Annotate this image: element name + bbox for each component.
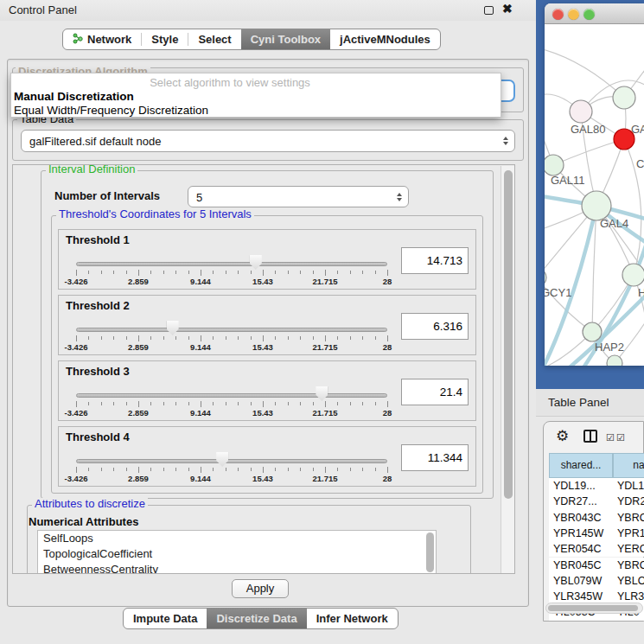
table-data-selected: galFiltered.sif default node (29, 135, 161, 148)
slider-track[interactable] (76, 393, 387, 398)
table-panel-body: ⚙ ☑ ☑ shared...naYDL19...YDL1YDR27...YDR… (543, 421, 644, 622)
gear-icon[interactable]: ⚙ (556, 427, 569, 445)
tab-select[interactable]: Select (188, 29, 240, 49)
slider-tick (337, 402, 338, 405)
network-node[interactable] (613, 86, 635, 109)
checkbox-icon[interactable]: ☑ (606, 432, 615, 443)
tab-impute-data[interactable]: Impute Data (124, 609, 207, 628)
close-icon[interactable]: ✖ (502, 2, 513, 16)
node-attribute-table[interactable]: shared...naYDL19...YDL1YDR27...YDR2YBR04… (549, 453, 644, 621)
tab-network[interactable]: Network (63, 29, 141, 49)
threshold-value-field[interactable]: 14.713 (401, 247, 469, 274)
float-window-icon[interactable] (484, 6, 494, 15)
threshold-value-field[interactable]: 6.316 (401, 313, 469, 340)
network-node[interactable] (583, 322, 602, 341)
network-node[interactable] (545, 268, 546, 287)
table-cell[interactable]: YER054C (549, 541, 613, 557)
slider-thumb[interactable] (316, 386, 328, 401)
threshold-value-field[interactable]: 11.344 (401, 444, 469, 471)
numerical-attributes-list[interactable]: SelfLoopsTopologicalCoefficientBetweenne… (37, 530, 437, 574)
slider-tick (213, 468, 214, 471)
number-of-intervals-combobox[interactable]: 5 (188, 186, 409, 207)
network-node-label: H (638, 286, 644, 299)
algorithm-option-manual[interactable]: Manual Discretization (14, 90, 134, 103)
slider-tick (300, 336, 301, 340)
slider-tick-label: 2.859 (128, 277, 149, 286)
slider-tick (350, 336, 351, 340)
table-cell[interactable]: YBR045C (549, 558, 613, 573)
tab-jactivemnodules[interactable]: jActiveMNodules (330, 29, 440, 49)
slider-tick (313, 468, 314, 471)
table-cell[interactable]: YDR27... (549, 494, 613, 509)
table-column-header[interactable]: na (613, 453, 644, 478)
network-node[interactable] (545, 155, 564, 175)
table-cell[interactable]: YDL1 (613, 478, 644, 494)
mac-minimize-icon[interactable] (568, 9, 579, 20)
slider-tick (113, 468, 114, 471)
tab-style[interactable]: Style (142, 29, 188, 49)
slider-tick (387, 401, 388, 407)
apply-button[interactable]: Apply (232, 579, 289, 598)
slider-tick (138, 270, 139, 276)
slider-tick (263, 467, 264, 473)
slider-thumb[interactable] (167, 321, 179, 335)
slider-tick (362, 402, 363, 405)
attribute-list-item[interactable]: SelfLoops (38, 531, 436, 546)
slider-track[interactable] (76, 328, 387, 332)
table-cell[interactable]: YDL19... (549, 478, 613, 494)
settings-scroll-panel: Interval Definition Number of Intervals … (12, 164, 515, 574)
slider-thumb[interactable] (250, 255, 262, 270)
slider-tick-label: -3.426 (65, 408, 88, 418)
slider-tick (251, 468, 252, 471)
attribute-list-item[interactable]: BetweennessCentrality (38, 562, 436, 574)
algorithm-option-equal-width[interactable]: Equal Width/Frequency Discretization (14, 104, 208, 117)
table-data-combobox[interactable]: galFiltered.sif default node (21, 130, 515, 152)
tab-discretize-data[interactable]: Discretize Data (207, 609, 306, 628)
table-cell[interactable]: YBL079W (549, 573, 613, 589)
table-cell[interactable]: YDR2 (613, 494, 644, 509)
network-window[interactable]: GAL80GACGAL11GAL4GCY1HHAP2 (545, 3, 644, 366)
checkbox-icon[interactable]: ☑ (616, 432, 625, 443)
network-edge (553, 139, 624, 165)
mac-zoom-icon[interactable] (583, 9, 595, 20)
threshold-label: Threshold 1 (66, 233, 130, 246)
slider-tick (362, 468, 363, 471)
network-node[interactable] (622, 264, 644, 286)
mac-close-icon[interactable] (552, 9, 564, 20)
slider-thumb[interactable] (216, 452, 228, 467)
slider-track[interactable] (76, 262, 387, 266)
slider-tick (387, 467, 388, 473)
network-canvas[interactable]: GAL80GACGAL11GAL4GCY1HHAP2 (545, 25, 644, 366)
slider-tick (275, 271, 276, 274)
table-cell[interactable]: YERO (613, 541, 644, 557)
table-cell[interactable]: YBR043C (549, 510, 613, 526)
slider-track[interactable] (76, 459, 387, 463)
slider-tick (201, 335, 201, 341)
split-columns-icon[interactable] (583, 430, 597, 443)
table-hscrollbar[interactable] (545, 603, 643, 614)
slider-tick (288, 402, 289, 405)
network-node[interactable] (607, 355, 622, 366)
table-cell[interactable]: YBLO (613, 573, 644, 589)
attributes-scrollbar[interactable] (426, 532, 434, 572)
slider-tick (362, 336, 363, 340)
table-cell[interactable]: YBRO (613, 510, 644, 526)
table-column-header[interactable]: shared... (549, 453, 613, 478)
network-graph[interactable]: GAL80GACGAL11GAL4GCY1HHAP2 (545, 25, 644, 366)
tab-cyni-toolbox[interactable]: Cyni Toolbox (241, 29, 330, 49)
slider-tick-label: 21.715 (312, 342, 337, 352)
network-node[interactable] (570, 100, 592, 123)
network-node[interactable] (582, 191, 611, 220)
table-cell[interactable]: YBRO (613, 558, 644, 573)
slider-tick (350, 468, 351, 471)
network-window-titlebar[interactable] (545, 3, 644, 24)
table-cell[interactable]: YPR1 (613, 526, 644, 541)
table-cell[interactable]: YPR145W (549, 526, 613, 541)
panel-scrollbar-track[interactable] (501, 166, 514, 573)
tab-infer-network[interactable]: Infer Network (307, 609, 398, 628)
attribute-list-item[interactable]: TopologicalCoefficient (38, 546, 436, 562)
panel-scrollbar-thumb[interactable] (504, 170, 513, 499)
slider-tick (201, 401, 201, 407)
threshold-value-field[interactable]: 21.4 (401, 379, 469, 405)
tab-label: jActiveMNodules (340, 33, 430, 46)
